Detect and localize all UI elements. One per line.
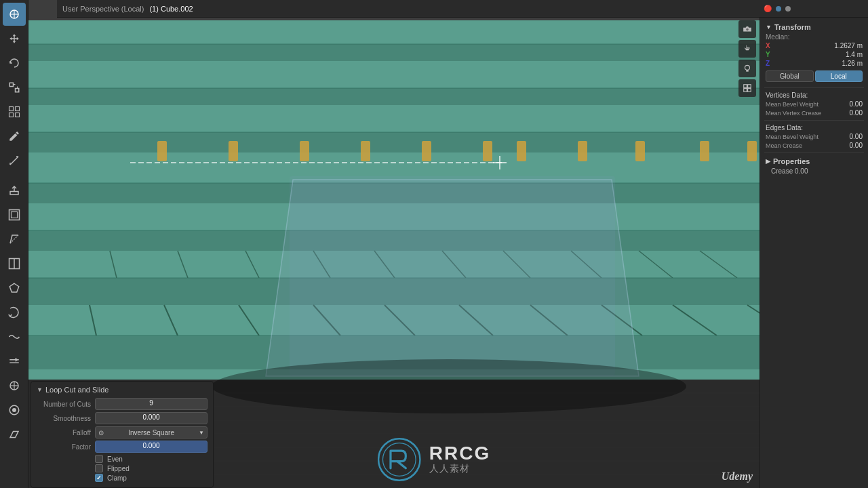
flipped-checkbox[interactable] — [95, 464, 103, 472]
divider-2 — [764, 120, 864, 121]
number-of-cuts-input[interactable]: 9 — [95, 398, 208, 410]
grid-tool[interactable] — [738, 79, 756, 97]
smoothness-input[interactable]: 0.000 — [95, 412, 208, 424]
x-label: X — [766, 42, 770, 49]
annotate-tool[interactable] — [3, 125, 26, 148]
properties-section-header[interactable]: ▶ Properties — [763, 156, 865, 167]
brand-chinese: 人人素材 — [429, 463, 490, 475]
crease-label: Crease 0.00 — [771, 167, 808, 175]
mean-bevel-weight-label: Mean Bevel Weight — [766, 101, 818, 108]
mean-vertex-crease-label: Mean Vertex Crease — [766, 110, 821, 117]
even-label: Even — [107, 455, 123, 463]
loop-cut-tool[interactable] — [3, 252, 26, 275]
transform-section-header[interactable]: ▼ Transform — [763, 22, 865, 33]
udemy-badge: Udemy — [722, 470, 753, 483]
svg-rect-101 — [744, 85, 747, 88]
lamp-tool[interactable] — [738, 60, 756, 77]
svg-rect-9 — [9, 113, 13, 117]
z-value: 1.26 m — [842, 60, 863, 67]
shear-tool[interactable] — [3, 423, 26, 446]
mean-crease-label: Mean Crease — [766, 142, 802, 149]
svg-point-99 — [745, 65, 750, 70]
spin-tool[interactable] — [3, 301, 26, 324]
clamp-checkbox[interactable]: ✓ — [95, 474, 103, 482]
inset-tool[interactable] — [3, 203, 26, 226]
poly-build-tool[interactable] — [3, 277, 26, 300]
panel-title: ▼ Loop Cut and Slide — [37, 386, 208, 394]
panel-arrow: ▼ — [37, 386, 43, 393]
mean-bevel-weight-row: Mean Bevel Weight 0.00 — [763, 100, 865, 108]
svg-rect-51 — [578, 141, 587, 161]
z-row: Z 1.26 m — [763, 59, 865, 68]
median-row: Median: — [763, 33, 865, 41]
clamp-row: ✓ Clamp — [37, 474, 208, 482]
properties-arrow: ▶ — [766, 158, 770, 165]
svg-rect-3 — [9, 83, 13, 86]
mean-crease-row: Mean Crease 0.00 — [763, 141, 865, 150]
scale-tool[interactable] — [3, 76, 26, 99]
number-of-cuts-label: Number of Cuts — [37, 401, 91, 408]
move-tool[interactable] — [3, 27, 26, 50]
bevel-tool[interactable] — [3, 228, 26, 251]
brand-name: RRCG — [429, 444, 490, 463]
edges-data-label: Edges Data: — [766, 124, 803, 131]
clamp-label: Clamp — [107, 474, 127, 482]
extrude-tool[interactable] — [3, 179, 26, 202]
svg-marker-42 — [28, 132, 868, 152]
edges-data-header: Edges Data: — [763, 123, 865, 132]
global-btn[interactable]: Global — [766, 70, 814, 82]
x-value: 1.2627 m — [834, 42, 863, 49]
shrink-tool[interactable] — [3, 374, 26, 397]
object-name: (1) Cube.002 — [149, 5, 193, 13]
measure-tool[interactable] — [3, 149, 26, 172]
left-toolbar — [0, 0, 28, 488]
svg-rect-48 — [422, 141, 431, 161]
local-btn[interactable]: Local — [815, 70, 863, 82]
push-pull-tool[interactable] — [3, 399, 26, 422]
even-row: Even — [37, 455, 208, 463]
falloff-row: Falloff ⊙ Inverse Square ▼ — [37, 426, 208, 439]
camera-tool[interactable] — [738, 20, 756, 38]
mean-bevel-weight2-label: Mean Bevel Weight — [766, 134, 818, 140]
svg-rect-52 — [635, 141, 645, 161]
right-panel: ▼ Transform Median: X 1.2627 m Y 1.4 m Z… — [760, 18, 868, 488]
factor-label: Factor — [37, 443, 91, 451]
mean-bevel-weight-value: 0.00 — [850, 100, 863, 108]
viewport-header: User Perspective (Local) (1) Cube.002 — [57, 0, 760, 18]
svg-rect-53 — [700, 141, 709, 161]
svg-rect-50 — [517, 141, 526, 161]
svg-rect-94 — [290, 176, 615, 376]
svg-marker-41 — [28, 105, 868, 132]
median-label: Median: — [766, 33, 790, 41]
smooth-tool[interactable] — [3, 325, 26, 348]
coord-space-buttons: Global Local — [763, 68, 865, 85]
svg-point-95 — [212, 359, 686, 413]
falloff-select[interactable]: ⊙ Inverse Square ▼ — [95, 426, 208, 439]
divider-3 — [764, 152, 864, 153]
hand-tool[interactable] — [738, 40, 756, 58]
edge-slide-tool[interactable] — [3, 350, 26, 373]
mean-bevel-weight2-value: 0.00 — [850, 133, 863, 140]
panel-title-text: Loop Cut and Slide — [45, 386, 109, 394]
factor-input[interactable]: 0.000 — [95, 441, 208, 453]
transform-title: Transform — [774, 23, 811, 31]
svg-rect-100 — [746, 70, 749, 71]
transform-tool[interactable] — [3, 100, 26, 123]
vertices-data-label: Vertices Data: — [766, 92, 808, 99]
smoothness-label: Smoothness — [37, 415, 91, 422]
rotate-tool[interactable] — [3, 52, 26, 75]
crease-detected-row: Crease 0.00 — [763, 167, 865, 176]
svg-rect-8 — [15, 107, 19, 111]
number-of-cuts-row: Number of Cuts 9 — [37, 398, 208, 410]
y-value: 1.4 m — [846, 51, 863, 58]
cursor-tool[interactable] — [3, 3, 26, 26]
flipped-row: Flipped — [37, 464, 208, 472]
even-checkbox[interactable] — [95, 455, 103, 463]
svg-rect-104 — [748, 89, 751, 92]
smoothness-row: Smoothness 0.000 — [37, 412, 208, 424]
svg-rect-46 — [300, 141, 309, 161]
svg-point-27 — [12, 408, 16, 412]
svg-rect-7 — [9, 107, 13, 111]
svg-rect-45 — [229, 141, 238, 161]
svg-point-106 — [382, 443, 416, 476]
